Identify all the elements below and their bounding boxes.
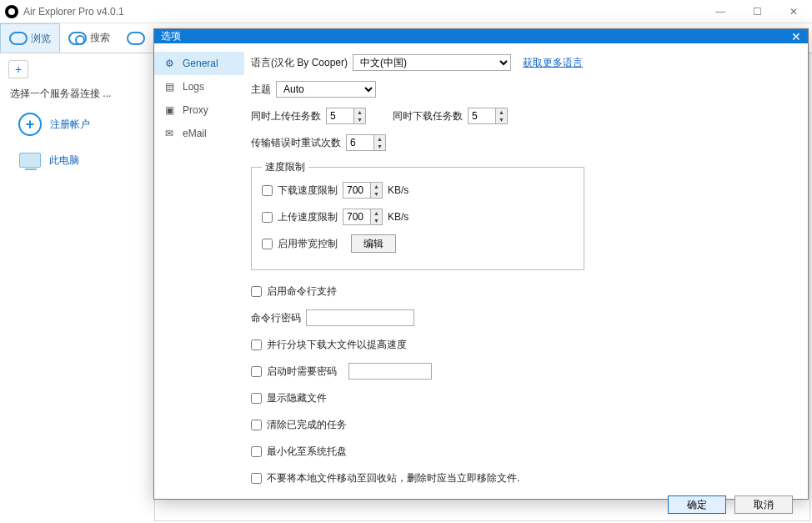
up-arrow-icon[interactable]: ▲	[374, 135, 385, 143]
nav-proxy[interactable]: ▣Proxy	[154, 98, 244, 122]
show-hidden-label: 显示隐藏文件	[267, 391, 327, 405]
language-label: 语言(汉化 By Cooper)	[251, 56, 348, 70]
min-tray-checkbox[interactable]	[251, 446, 262, 457]
bandwidth-checkbox[interactable]	[262, 239, 273, 249]
window-title: Air Explorer Pro v4.0.1	[23, 6, 124, 18]
dl-limit-spinner[interactable]: ▲▼	[343, 182, 383, 199]
download-tasks-label: 同时下载任务数	[393, 109, 463, 123]
add-account-icon: +	[18, 113, 42, 136]
tab-search[interactable]: 搜索	[60, 23, 118, 53]
no-recycle-checkbox[interactable]	[251, 473, 262, 484]
cloud-icon	[127, 32, 145, 45]
clear-done-checkbox[interactable]	[251, 420, 262, 430]
left-sidebar: + 选择一个服务器连接 ... + 注册帐户 此电脑	[0, 53, 154, 523]
tab-browse[interactable]: 浏览	[0, 23, 60, 53]
startup-pwd-label: 启动时需要密码	[267, 365, 337, 379]
clear-done-label: 清除已完成的任务	[267, 418, 347, 432]
dialog-header: 选项 ✕	[154, 29, 808, 43]
dialog-main: 语言(汉化 By Cooper) 中文(中国) 获取更多语言 主题 Auto 同…	[244, 43, 808, 495]
tab-search-label: 搜索	[90, 31, 110, 45]
document-icon: ▤	[163, 80, 176, 93]
cloud-search-icon	[68, 32, 87, 45]
tab-browse-label: 浏览	[31, 32, 51, 46]
cli-pwd-input[interactable]	[306, 309, 414, 326]
parallel-chunk-label: 并行分块下载大文件以提高速度	[267, 338, 407, 352]
ul-limit-input[interactable]	[343, 209, 370, 224]
this-pc-item[interactable]: 此电脑	[3, 144, 154, 176]
startup-pwd-input[interactable]	[348, 363, 432, 380]
maximize-button[interactable]: ☐	[739, 0, 775, 23]
app-icon	[5, 5, 18, 18]
retry-label: 传输错误时重试次数	[251, 136, 341, 150]
startup-pwd-checkbox[interactable]	[251, 366, 262, 377]
min-tray-label: 最小化至系统托盘	[267, 445, 347, 459]
ul-limit-label: 上传速度限制	[278, 210, 338, 224]
unit-label: KB/s	[388, 211, 409, 223]
titlebar: Air Explorer Pro v4.0.1 — ☐ ✕	[0, 0, 812, 23]
down-arrow-icon[interactable]: ▼	[371, 190, 382, 198]
language-select[interactable]: 中文(中国)	[353, 54, 511, 71]
retry-input[interactable]	[347, 135, 373, 150]
speed-limit-legend: 速度限制	[262, 160, 308, 174]
gear-icon: ⚙	[163, 57, 176, 70]
ul-limit-checkbox[interactable]	[262, 212, 273, 223]
minimize-button[interactable]: —	[702, 0, 739, 23]
nav-email[interactable]: ✉eMail	[154, 122, 244, 145]
upload-tasks-spinner[interactable]: ▲▼	[326, 108, 366, 124]
proxy-icon: ▣	[163, 103, 176, 117]
dl-limit-label: 下载速度限制	[278, 184, 338, 198]
nav-email-label: eMail	[183, 128, 207, 139]
cloud-icon	[9, 32, 28, 45]
options-dialog: 选项 ✕ ⚙General ▤Logs ▣Proxy ✉eMail 语言(汉化 …	[153, 28, 809, 500]
pc-icon	[19, 153, 41, 168]
nav-logs-label: Logs	[183, 81, 204, 93]
dl-limit-checkbox[interactable]	[262, 185, 273, 196]
window-controls: — ☐ ✕	[702, 0, 812, 23]
cli-checkbox[interactable]	[251, 286, 262, 297]
edit-bandwidth-button[interactable]: 编辑	[351, 234, 396, 253]
this-pc-label: 此电脑	[49, 153, 79, 168]
get-more-languages-link[interactable]: 获取更多语言	[523, 56, 583, 70]
nav-general[interactable]: ⚙General	[154, 52, 244, 75]
ok-button[interactable]: 确定	[668, 495, 726, 514]
upload-tasks-label: 同时上传任务数	[251, 109, 321, 123]
speed-limit-group: 速度限制 下载速度限制 ▲▼ KB/s 上传速度限制 ▲▼ KB/s 启用带宽控…	[251, 160, 584, 270]
mail-icon: ✉	[163, 127, 176, 140]
close-button[interactable]: ✕	[775, 0, 812, 23]
add-tab-button[interactable]: +	[8, 60, 28, 78]
connect-hint: 选择一个服务器连接 ...	[3, 83, 154, 104]
show-hidden-checkbox[interactable]	[251, 393, 262, 404]
nav-logs[interactable]: ▤Logs	[154, 75, 244, 98]
dialog-footer: 确定 取消	[154, 495, 808, 519]
up-arrow-icon[interactable]: ▲	[496, 108, 507, 116]
parallel-chunk-checkbox[interactable]	[251, 339, 262, 350]
register-label: 注册帐户	[50, 118, 90, 132]
no-recycle-label: 不要将本地文件移动至回收站，删除时应当立即移除文件.	[267, 471, 519, 485]
register-account-item[interactable]: + 注册帐户	[3, 104, 154, 144]
down-arrow-icon[interactable]: ▼	[371, 217, 382, 224]
down-arrow-icon[interactable]: ▼	[496, 116, 507, 123]
retry-spinner[interactable]: ▲▼	[346, 134, 386, 151]
up-arrow-icon[interactable]: ▲	[371, 183, 382, 190]
unit-label: KB/s	[388, 184, 409, 196]
down-arrow-icon[interactable]: ▼	[374, 143, 385, 150]
cancel-button[interactable]: 取消	[734, 495, 793, 514]
dialog-close-button[interactable]: ✕	[791, 30, 801, 43]
bandwidth-label: 启用带宽控制	[278, 237, 338, 251]
dialog-title: 选项	[161, 29, 181, 43]
theme-label: 主题	[251, 83, 271, 97]
download-tasks-input[interactable]	[469, 108, 495, 123]
theme-select[interactable]: Auto	[276, 81, 376, 98]
up-arrow-icon[interactable]: ▲	[371, 209, 382, 217]
upload-tasks-input[interactable]	[327, 108, 353, 123]
tab-extra[interactable]	[118, 23, 153, 53]
ul-limit-spinner[interactable]: ▲▼	[343, 209, 383, 225]
nav-general-label: General	[183, 58, 218, 69]
download-tasks-spinner[interactable]: ▲▼	[468, 108, 508, 124]
dialog-nav: ⚙General ▤Logs ▣Proxy ✉eMail	[154, 43, 244, 495]
up-arrow-icon[interactable]: ▲	[354, 108, 365, 116]
down-arrow-icon[interactable]: ▼	[354, 116, 365, 123]
cli-label: 启用命令行支持	[267, 284, 337, 299]
dl-limit-input[interactable]	[343, 183, 370, 198]
cli-pwd-label: 命令行密码	[251, 311, 301, 325]
